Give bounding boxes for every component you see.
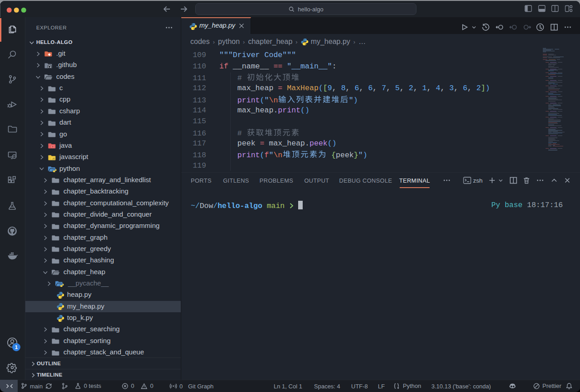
- svg-text:JS: JS: [52, 157, 55, 160]
